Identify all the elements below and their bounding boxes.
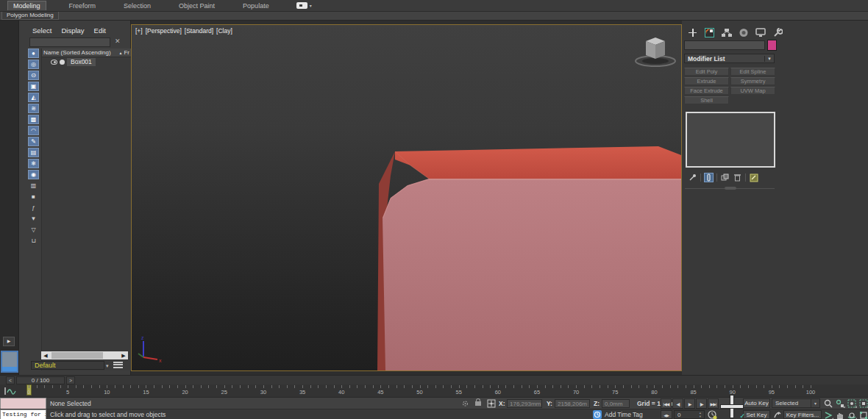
playback-button[interactable]: |◀◀ xyxy=(661,398,672,409)
auto-key-button[interactable]: Auto Key xyxy=(743,398,770,408)
frozen-column-header[interactable]: Fr xyxy=(124,49,129,56)
pin-stack-icon[interactable] xyxy=(688,173,697,182)
z-coord-field[interactable]: 0,0mm xyxy=(602,399,630,408)
viewcube[interactable] xyxy=(636,37,675,66)
modifier-stack[interactable] xyxy=(686,112,775,168)
modifier-button[interactable]: Edit Poly xyxy=(684,68,729,76)
clear-search-icon[interactable]: ✕ xyxy=(115,37,121,45)
x-coord-field[interactable]: 176,293mm xyxy=(507,399,542,408)
create-tab[interactable] xyxy=(686,26,699,38)
display-filter-toggle[interactable]: ▥ xyxy=(28,181,39,190)
explorer-menu-item[interactable]: Select xyxy=(32,26,51,35)
modifier-button[interactable]: UVW Map xyxy=(730,87,775,95)
field-of-view-icon[interactable] xyxy=(823,410,833,419)
preset-dropdown-arrow-icon[interactable]: ▾ xyxy=(106,363,109,369)
scrollbar-thumb[interactable] xyxy=(51,352,103,359)
layers-icon[interactable] xyxy=(113,360,123,370)
maxscript-listener-output[interactable] xyxy=(0,398,46,409)
explorer-row-box001[interactable]: Box001 xyxy=(42,57,131,66)
orbit-icon[interactable] xyxy=(847,410,857,419)
zoom-extents-all-icon[interactable] xyxy=(858,398,868,408)
zoom-icon[interactable] xyxy=(823,398,833,408)
modify-tab[interactable] xyxy=(703,26,716,38)
object-name-field[interactable] xyxy=(684,40,765,50)
modifier-button[interactable]: Face Extrude xyxy=(684,87,729,95)
display-filter-toggle[interactable]: ❄ xyxy=(28,159,39,168)
remove-modifier-trash-icon[interactable] xyxy=(733,173,742,182)
selection-lock-icon[interactable] xyxy=(475,398,481,406)
display-filter-toggle[interactable]: ƒ xyxy=(28,203,39,212)
key-mode-toggle[interactable]: ◀▶ xyxy=(661,410,672,419)
frame-spin-left-button[interactable]: < xyxy=(6,376,15,384)
zoom-all-icon[interactable] xyxy=(835,398,845,408)
maximize-viewport-icon[interactable] xyxy=(858,410,868,419)
display-filter-toggle[interactable]: ▣ xyxy=(28,82,39,91)
display-filter-toggle[interactable]: ✎ xyxy=(28,137,39,146)
modifier-button[interactable]: Extrude xyxy=(684,77,729,85)
ribbon-tab[interactable]: Freeform xyxy=(64,1,102,10)
visibility-eye-icon[interactable] xyxy=(51,60,57,65)
display-filter-toggle[interactable]: ◭ xyxy=(28,93,39,102)
display-filter-toggle[interactable]: ▽ xyxy=(28,225,39,234)
polygon-modeling-panel-tab[interactable]: Polygon Modeling xyxy=(1,12,59,20)
timeline-ruler[interactable]: 0510152025303540455055606570758085909510… xyxy=(21,384,819,397)
viewport-label-segment[interactable]: [Perspective] xyxy=(146,27,182,35)
explorer-hscrollbar[interactable]: ◀ ▶ xyxy=(41,351,128,359)
display-filter-toggle[interactable]: ▤ xyxy=(28,148,39,157)
set-key-button[interactable]: Set Key xyxy=(743,410,770,419)
ribbon-minimize-icon[interactable] xyxy=(296,2,307,9)
selection-dot-icon[interactable] xyxy=(60,60,65,65)
playback-button[interactable]: ▶▶| xyxy=(708,398,719,409)
time-tag-icon[interactable] xyxy=(593,410,602,419)
display-filter-toggle[interactable]: ≋ xyxy=(28,104,39,113)
display-filter-toggle[interactable]: ◉ xyxy=(28,170,39,179)
isolate-selection-icon[interactable] xyxy=(461,400,469,409)
modifier-button[interactable]: Symmetry xyxy=(730,77,775,85)
selection-set-dropdown[interactable]: Selected ▾ xyxy=(772,398,820,408)
explorer-search-input[interactable] xyxy=(29,37,110,47)
explorer-preset-dropdown[interactable]: Default xyxy=(31,361,104,370)
name-column-header[interactable]: Name (Sorted Ascending) xyxy=(43,49,111,56)
zoom-extents-icon[interactable] xyxy=(847,398,857,408)
modifier-list-dropdown[interactable]: Modifier List ▾ xyxy=(684,54,775,63)
show-end-result-icon[interactable] xyxy=(704,173,714,182)
frame-spin-right-button[interactable]: > xyxy=(66,376,75,384)
ribbon-tab[interactable]: Modeling xyxy=(7,1,46,10)
hierarchy-tab[interactable] xyxy=(720,26,733,38)
expand-panel-button[interactable]: ▶ xyxy=(3,337,15,346)
modifier-button[interactable]: Shell xyxy=(684,96,729,104)
mini-curve-editor-button[interactable] xyxy=(3,387,18,395)
add-time-tag-label[interactable]: Add Time Tag xyxy=(605,411,643,418)
playback-button[interactable]: |▶ xyxy=(696,398,707,409)
display-filter-toggle[interactable]: ⊔ xyxy=(28,236,39,246)
maxscript-mini-listener[interactable]: Testing for i xyxy=(0,409,46,419)
current-frame-field[interactable]: 0 ▴▾ xyxy=(674,410,705,419)
modifier-button[interactable]: Edit Spline xyxy=(730,68,775,76)
motion-tab[interactable] xyxy=(737,26,750,38)
modifier-list-arrow-icon[interactable]: ▾ xyxy=(764,56,774,62)
explorer-menu-item[interactable]: Edit xyxy=(94,26,106,35)
configure-modifier-sets-icon[interactable] xyxy=(749,173,758,182)
display-filter-toggle[interactable]: ● xyxy=(28,49,39,58)
pan-hand-icon[interactable] xyxy=(835,410,845,419)
viewport-layout-tab[interactable] xyxy=(1,351,18,373)
ribbon-tab[interactable]: Populate xyxy=(238,1,274,10)
display-filter-toggle[interactable]: ▩ xyxy=(28,115,39,124)
frame-range-field[interactable]: 0 / 100 xyxy=(16,376,65,384)
key-filters-button[interactable]: Key Filters... xyxy=(783,410,822,419)
make-unique-icon[interactable] xyxy=(720,173,730,182)
display-filter-toggle[interactable]: ◠ xyxy=(28,126,39,135)
selection-set-arrow-icon[interactable]: ▾ xyxy=(811,399,819,407)
object-name-label[interactable]: Box001 xyxy=(67,58,96,66)
y-coord-field[interactable]: 2158,206m xyxy=(555,399,590,408)
scroll-right-icon[interactable]: ▶ xyxy=(119,353,128,359)
display-filter-toggle[interactable]: ■ xyxy=(28,192,39,201)
object-color-swatch[interactable] xyxy=(767,40,777,51)
display-filter-toggle[interactable]: ʘ xyxy=(28,71,39,80)
time-configuration-icon[interactable] xyxy=(708,410,717,419)
playback-button[interactable]: ◀| xyxy=(672,398,683,409)
display-filter-toggle[interactable]: ◎ xyxy=(28,60,39,69)
transform-type-in-icon[interactable] xyxy=(487,399,496,409)
frame-spinner-arrows[interactable]: ▴▾ xyxy=(697,411,703,418)
playback-button[interactable]: ▶ xyxy=(684,398,695,409)
